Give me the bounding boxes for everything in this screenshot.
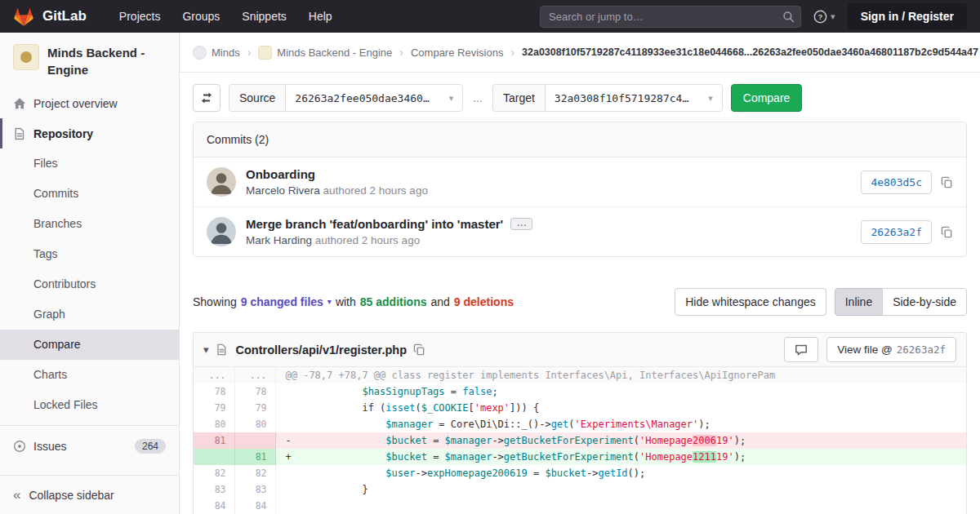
diff-code-line: $user->expHomepage200619 = $bucket->getI…	[275, 465, 966, 481]
collapse-sidebar-label: Collapse sidebar	[29, 489, 114, 502]
sidebar-item-label: Project overview	[33, 97, 118, 110]
diff-row: 8383 }	[194, 481, 966, 498]
sidebar-subitem-tags[interactable]: Tags	[0, 239, 179, 269]
view-file-sha: 26263a2f	[897, 343, 946, 356]
collapse-sidebar-button[interactable]: « Collapse sidebar	[0, 475, 179, 514]
diff-old-line-number[interactable]: 80	[194, 416, 234, 432]
hide-whitespace-button[interactable]: Hide whitespace changes	[675, 288, 826, 316]
breadcrumb-group-link[interactable]: Minds	[212, 47, 240, 59]
diff-row: ......@@ -78,7 +78,7 @@ class register i…	[194, 367, 966, 383]
svg-text:?: ?	[818, 11, 823, 20]
sidebar-item-label: Issues	[33, 440, 66, 453]
diff-code-line: if (isset($_COOKIE['mexp'])) {	[275, 400, 966, 416]
copy-commit-sha-icon[interactable]	[941, 176, 953, 188]
gitlab-tanuki-icon	[13, 7, 34, 27]
diff-old-line-number[interactable]: 79	[194, 400, 234, 416]
additions-count: 85 additions	[360, 295, 427, 308]
diff-code-line	[275, 498, 966, 514]
diff-file-name[interactable]: Controllers/api/v1/register.php	[236, 343, 408, 357]
sidebar-subitem-commits[interactable]: Commits	[0, 179, 179, 209]
sidebar-subitem-locked-files[interactable]: Locked Files	[0, 390, 179, 420]
sign-in-register-button[interactable]: Sign in / Register	[848, 3, 967, 29]
commit-author-link[interactable]: Marcelo Rivera	[246, 184, 320, 197]
diff-new-line-number[interactable]: 84	[234, 498, 275, 514]
showing-label: Showing	[193, 295, 237, 308]
sidebar-project-header[interactable]: Minds Backend - Engine	[0, 33, 179, 88]
diff-old-line-number[interactable]: ...	[194, 367, 234, 383]
breadcrumb-compare-revisions-link[interactable]: Compare Revisions	[411, 47, 503, 59]
target-revision-dropdown[interactable]: 32a0308f10f5719287c4… ▾	[545, 84, 723, 112]
chevron-down-icon: ▾	[831, 12, 835, 21]
commit-title-link[interactable]: Onboarding	[246, 167, 315, 181]
sidebar-divider	[0, 425, 179, 426]
diff-new-line-number[interactable]: 81	[234, 449, 275, 465]
commit-description-toggle[interactable]: …	[510, 218, 532, 230]
sidebar-subitem-charts[interactable]: Charts	[0, 360, 179, 390]
diff-code-line: @@ -78,7 +78,7 @@ class register impleme…	[275, 367, 966, 383]
sidebar-item-issues[interactable]: Issues 264	[0, 431, 179, 461]
commit-sha-button[interactable]: 26263a2f	[861, 220, 932, 244]
chevron-down-icon: ▾	[449, 94, 454, 103]
sidebar-subitem-contributors[interactable]: Contributors	[0, 269, 179, 299]
sidebar-subitem-compare[interactable]: Compare	[0, 330, 179, 360]
and-label: and	[430, 295, 449, 308]
diff-old-line-number[interactable]: 84	[194, 498, 234, 514]
diff-old-line-number[interactable]	[194, 449, 234, 465]
side-by-side-view-button[interactable]: Side-by-side	[882, 288, 967, 316]
diff-old-line-number[interactable]: 82	[194, 465, 234, 481]
collapse-sidebar-icon: «	[13, 488, 20, 502]
diff-old-line-number[interactable]: 83	[194, 481, 234, 498]
diff-new-line-number[interactable]: 78	[234, 383, 275, 400]
commit-authored-time: authored 2 hours ago	[323, 184, 428, 197]
collapse-diff-caret-icon[interactable]: ▾	[203, 343, 209, 356]
diff-new-line-number[interactable]: 80	[234, 416, 275, 432]
diff-file-actions: View file @ 26263a2f	[784, 337, 956, 362]
sidebar-item-repository[interactable]: Repository	[0, 118, 179, 148]
sidebar-nav: Project overview Repository FilesCommits…	[0, 88, 179, 475]
toggle-comments-button[interactable]	[784, 337, 818, 362]
search-input[interactable]	[540, 6, 801, 28]
diff-new-line-number[interactable]: ...	[234, 367, 275, 383]
page-content: Source 26263a2fee050dae3460… ▾ ... Targe…	[180, 73, 980, 514]
compare-button[interactable]: Compare	[731, 84, 803, 112]
sidebar-item-project-overview[interactable]: Project overview	[0, 88, 179, 118]
breadcrumb-group-avatar	[193, 46, 207, 60]
diff-row: 7979 if (isset($_COOKIE['mexp'])) {	[194, 400, 966, 416]
nav-link-projects[interactable]: Projects	[119, 10, 161, 23]
compare-form: Source 26263a2fee050dae3460… ▾ ... Targe…	[193, 84, 967, 112]
copy-commit-sha-icon[interactable]	[941, 226, 953, 238]
target-label: Target	[492, 84, 545, 112]
view-file-button[interactable]: View file @ 26263a2f	[826, 337, 956, 362]
gitlab-logo-link[interactable]	[13, 7, 34, 27]
sidebar-subitem-branches[interactable]: Branches	[0, 209, 179, 239]
diff-new-line-number[interactable]: 83	[234, 481, 275, 498]
sidebar-subitem-files[interactable]: Files	[0, 148, 179, 179]
nav-link-help[interactable]: Help	[309, 10, 332, 23]
diff-file-header: ▾ Controllers/api/v1/register.php View f…	[194, 333, 966, 367]
diff-new-line-number[interactable]	[234, 432, 275, 449]
nav-link-groups[interactable]: Groups	[182, 10, 220, 23]
inline-view-button[interactable]: Inline	[835, 288, 883, 316]
sidebar-subitem-graph[interactable]: Graph	[0, 299, 179, 330]
diff-new-line-number[interactable]: 79	[234, 400, 275, 416]
target-input-group: Target 32a0308f10f5719287c4… ▾	[492, 84, 723, 112]
commit-authored-time: authored 2 hours ago	[315, 234, 420, 246]
diff-code-line: $manager = Core\Di\Di::_()->get('Experim…	[275, 416, 966, 432]
commit-author-link[interactable]: Mark Harding	[246, 234, 312, 246]
nav-link-snippets[interactable]: Snippets	[242, 10, 286, 23]
issues-icon	[13, 440, 26, 453]
diff-new-line-number[interactable]: 82	[234, 465, 275, 481]
breadcrumb-separator-icon: ›	[399, 46, 403, 59]
swap-revisions-button[interactable]	[193, 84, 220, 112]
chevron-down-icon: ▾	[327, 298, 332, 306]
help-dropdown[interactable]: ? ▾	[813, 10, 835, 24]
commit-sha-button[interactable]: 4e803d5c	[861, 171, 932, 194]
gitlab-brand[interactable]: GitLab	[42, 8, 87, 24]
changed-files-dropdown[interactable]: 9 changed files ▾	[241, 295, 332, 308]
diff-old-line-number[interactable]: 81	[194, 432, 234, 449]
source-revision-dropdown[interactable]: 26263a2fee050dae3460… ▾	[285, 84, 463, 112]
breadcrumb-project-link[interactable]: Minds Backend - Engine	[277, 47, 392, 59]
commit-title-link[interactable]: Merge branch 'feat/onboarding' into 'mas…	[246, 217, 503, 231]
copy-file-path-icon[interactable]	[413, 343, 425, 356]
diff-old-line-number[interactable]: 78	[194, 383, 234, 400]
